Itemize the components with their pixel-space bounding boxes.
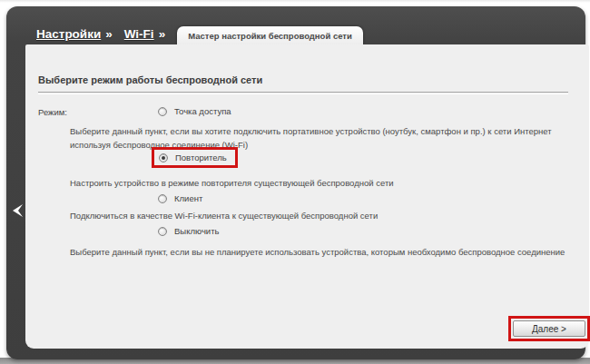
breadcrumb-settings-label[interactable]: Настройки	[36, 27, 101, 41]
breadcrumb-separator: »	[159, 27, 166, 41]
radio-button-client[interactable]	[158, 194, 167, 203]
option-description-client: Подключиться в качестве Wi-Fi-клиента к …	[70, 209, 585, 222]
radio-option-off[interactable]: Выключить	[158, 226, 219, 236]
option-description-off: Выберите данный пункт, если вы не планир…	[70, 245, 585, 259]
breadcrumb: Настройки » Wi-Fi »	[36, 27, 165, 41]
radio-option-client[interactable]: Клиент	[158, 193, 202, 203]
breadcrumb-wifi-label[interactable]: Wi-Fi	[124, 27, 154, 41]
radio-label-off: Выключить	[174, 226, 219, 236]
breadcrumb-link-settings[interactable]: Настройки »	[36, 27, 113, 41]
annotation-highlight-next: Далее >	[508, 316, 590, 341]
chevron-left-icon	[12, 203, 25, 218]
radio-option-access-point[interactable]: Точка доступа	[158, 106, 231, 116]
radio-button-access-point[interactable]	[158, 107, 167, 116]
next-button[interactable]: Далее >	[513, 320, 585, 337]
radio-button-off[interactable]	[158, 227, 167, 236]
router-ui-frame: Настройки » Wi-Fi » Мастер настройки бес…	[6, 6, 585, 359]
radio-label-access-point: Точка доступа	[174, 106, 231, 116]
radio-label-repeater: Повторитель	[175, 152, 227, 162]
mode-label: Режим:	[38, 107, 67, 117]
heading-divider	[38, 92, 568, 93]
option-description-repeater: Настроить устройство в режиме повторител…	[70, 176, 585, 190]
page-title: Выберите режим работы беспроводной сети	[38, 74, 262, 85]
screenshot-stage: Настройки » Wi-Fi » Мастер настройки бес…	[0, 0, 590, 364]
breadcrumb-link-wifi[interactable]: Wi-Fi »	[124, 27, 165, 41]
breadcrumb-separator: »	[105, 27, 113, 41]
radio-option-repeater[interactable]: Повторитель	[159, 152, 227, 162]
option-description-access-point: Выберите данный пункт, если вы хотите по…	[70, 124, 585, 152]
radio-button-repeater[interactable]	[159, 153, 168, 162]
annotation-highlight-repeater: Повторитель	[152, 147, 238, 168]
collapse-sidebar-control[interactable]	[12, 203, 25, 218]
tab-wireless-wizard[interactable]: Мастер настройки беспроводной сети	[177, 26, 363, 45]
radio-label-client: Клиент	[174, 193, 202, 203]
content-panel: Выберите режим работы беспроводной сети …	[25, 44, 589, 349]
